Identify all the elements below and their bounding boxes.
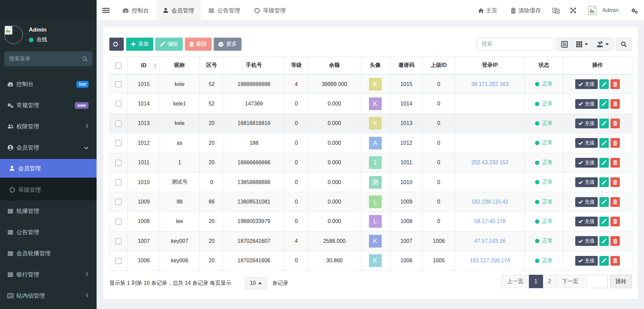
svg-text:A: A — [556, 9, 558, 13]
